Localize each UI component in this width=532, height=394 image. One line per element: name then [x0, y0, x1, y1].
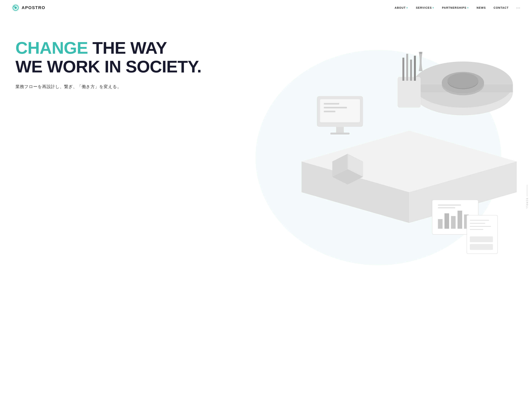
logo-text: APOSTRO — [22, 5, 45, 10]
svg-rect-32 — [470, 229, 483, 230]
svg-rect-29 — [470, 220, 489, 221]
headline-rest-line1: THE WAY — [88, 38, 167, 57]
scroll-line — [527, 185, 527, 197]
hero-headline: CHANGE THE WAY WE WORK IN SOCIETY. — [15, 39, 517, 76]
svg-rect-34 — [470, 244, 493, 250]
svg-rect-26 — [438, 205, 461, 206]
svg-rect-44 — [330, 133, 350, 135]
svg-rect-21 — [438, 219, 442, 229]
nav-item-contact[interactable]: CONTACT — [494, 6, 509, 9]
svg-rect-43 — [336, 127, 344, 133]
hero-subtitle: 業務フローを再設計し、繋ぎ、「働き方」を変える。 — [15, 84, 517, 90]
svg-rect-30 — [470, 223, 485, 224]
hero-content: CHANGE THE WAY WE WORK IN SOCIETY. 業務フロー… — [0, 16, 532, 105]
svg-rect-24 — [457, 211, 462, 229]
svg-rect-22 — [444, 213, 449, 229]
svg-rect-42 — [324, 111, 335, 112]
nav-item-services[interactable]: SERVICES+ — [416, 6, 434, 9]
scroll-label: SCROLL — [526, 198, 528, 209]
nav-item-partnerships[interactable]: PARTNERSHIPS+ — [442, 6, 469, 9]
svg-point-3 — [14, 6, 15, 7]
svg-rect-27 — [438, 207, 455, 208]
svg-rect-23 — [451, 216, 455, 229]
logo[interactable]: APOSTRO — [12, 4, 45, 12]
logo-icon — [12, 4, 20, 12]
headline-change: CHANGE — [15, 38, 88, 57]
headline-line2: WE WORK IN SOCIETY. — [15, 57, 202, 76]
svg-rect-31 — [470, 226, 491, 227]
nav-item-about[interactable]: ABOUT+ — [395, 6, 408, 9]
hero-section: SCROLL CHANGE THE WAY WE WORK IN SOCIETY… — [0, 0, 532, 394]
main-nav: ABOUT+ SERVICES+ PARTNERSHIPS+ NEWS CONT… — [395, 6, 520, 10]
scroll-indicator: SCROLL — [526, 185, 528, 209]
nav-item-news[interactable]: NEWS — [477, 6, 486, 9]
svg-rect-41 — [324, 107, 347, 108]
site-header: APOSTRO ABOUT+ SERVICES+ PARTNERSHIPS+ N… — [0, 0, 532, 16]
nav-more-button[interactable]: ··· — [516, 6, 520, 10]
svg-rect-33 — [470, 236, 493, 242]
